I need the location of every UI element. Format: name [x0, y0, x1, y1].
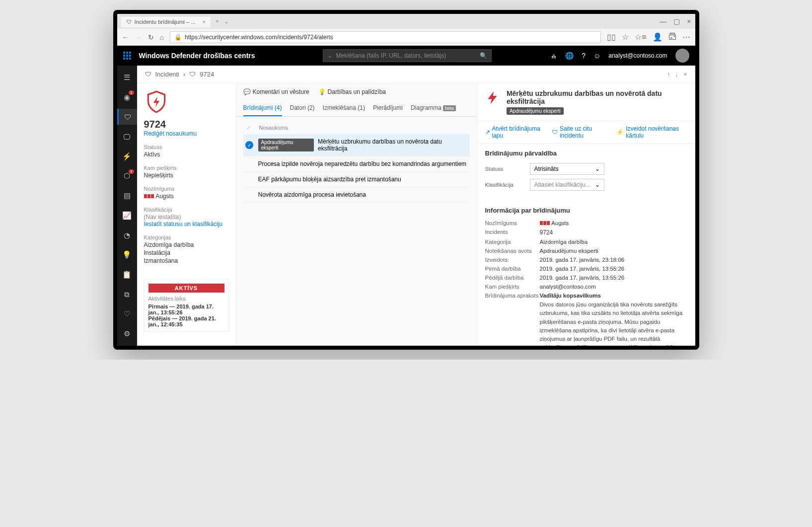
- section-title: Brīdinājumu pārvaldība: [485, 150, 687, 157]
- shield-icon: 🛡: [552, 129, 558, 136]
- clipboard-icon[interactable]: 📋: [117, 267, 137, 283]
- forward-icon[interactable]: →: [135, 33, 142, 41]
- category-item: Izmantošana: [144, 257, 229, 264]
- home-icon[interactable]: ⌂: [160, 33, 164, 41]
- tab-title: Incidentu brīdinājumi – ...: [135, 19, 196, 25]
- detail-title: Mērķētu uzbrukumu darbības un novērotā d…: [507, 89, 687, 105]
- face-icon[interactable]: ☺: [593, 52, 600, 60]
- search-input[interactable]: ⌄ Meklēšana (fails IP, URL, dators, liet…: [323, 49, 492, 62]
- info-key: Pirmā darbība: [485, 266, 540, 272]
- url-text: https://securitycenter.windows.com/incid…: [185, 34, 333, 41]
- refresh-icon[interactable]: ↻: [148, 33, 154, 41]
- close-icon[interactable]: ×: [683, 71, 687, 78]
- tab-evidence[interactable]: Pierādījumi: [373, 100, 403, 116]
- share-icon[interactable]: 🖆: [668, 32, 676, 42]
- reading-icon[interactable]: ▯▯: [607, 32, 616, 42]
- info-key: Noteikšanas avots: [485, 248, 540, 254]
- incident-link[interactable]: 9724: [540, 229, 687, 236]
- alert-row[interactable]: EAF pārkāpumu bloķēja aizsardzība pret i…: [243, 172, 470, 187]
- back-icon[interactable]: ←: [122, 33, 129, 41]
- more-icon[interactable]: ⋯: [682, 32, 690, 42]
- alert-title: Procesa izpilde novēroja neparedzētu dar…: [258, 160, 467, 167]
- dashboard-icon[interactable]: ◉1: [117, 89, 137, 105]
- assigned-value: Nepiešķirts: [144, 172, 229, 179]
- machines-icon[interactable]: 🖵: [117, 129, 137, 145]
- reports-icon[interactable]: ▤: [117, 188, 137, 204]
- breadcrumb-current: 9724: [200, 71, 214, 78]
- categories-label: Kategorijas: [144, 234, 229, 240]
- incident-id: 9724: [144, 119, 229, 130]
- url-bar[interactable]: 🔒 https://securitycenter.windows.com/inc…: [170, 31, 601, 43]
- chevron-down-icon[interactable]: ⌄: [224, 18, 229, 25]
- rule-icon: ⚡: [616, 129, 624, 136]
- status-select[interactable]: Atrisināts⌄: [530, 163, 604, 175]
- bolt-icon[interactable]: ⚡: [117, 149, 137, 164]
- chevron-down-icon[interactable]: ⌄: [327, 52, 332, 59]
- globe-icon[interactable]: 🌐: [565, 52, 574, 60]
- side-rail: ☰ ◉1 🛡 🖵 ⚡ ⬡7 ▤ 📈 ◔ 💡 📋 ⧉ ♡ ⚙: [117, 66, 137, 346]
- alert-row[interactable]: Novērota aizdomīga procesa ievietošana: [243, 187, 470, 203]
- classification-value: (Nav iestatīta): [144, 214, 229, 221]
- alert-row[interactable]: Procesa izpilde novēroja neparedzētu dar…: [243, 156, 470, 172]
- check-icon[interactable]: ✓: [246, 125, 251, 131]
- person-icon[interactable]: 👤: [653, 32, 663, 42]
- close-tab-icon[interactable]: ×: [202, 19, 205, 25]
- tab-graph[interactable]: Diagrammabeta: [411, 100, 456, 116]
- help-icon[interactable]: ?: [582, 52, 586, 60]
- description-body: Divos datoros jūsu organizācijā tika nov…: [540, 301, 687, 346]
- create-rule-button[interactable]: ⚡Izveidot novēršanas kārtulu: [616, 125, 687, 139]
- severity-label: Nozīmīgums: [144, 186, 229, 192]
- menu-icon[interactable]: ☰: [117, 70, 137, 85]
- chevron-down-icon: ⌄: [595, 165, 600, 172]
- tutorials-icon[interactable]: 💡: [117, 247, 137, 263]
- info-key: Kam piešķirts: [485, 284, 540, 290]
- info-value: 2019. gada 17. janvāris, 13:55:26: [540, 266, 687, 272]
- classification-select[interactable]: Atlasiet klasifikāciju...⌄: [530, 179, 604, 191]
- arrow-up-icon[interactable]: ↑: [667, 71, 670, 78]
- incidents-icon[interactable]: 🛡: [117, 109, 137, 125]
- bug-icon[interactable]: 🜁: [550, 52, 557, 60]
- close-window-icon[interactable]: ×: [687, 17, 691, 25]
- minimize-icon[interactable]: —: [660, 17, 666, 25]
- app-header: Windows Defender drošības centrs ⌄ Meklē…: [117, 46, 695, 66]
- arrow-down-icon[interactable]: ↓: [675, 71, 678, 78]
- health-icon[interactable]: ♡: [117, 306, 137, 322]
- secure-score-icon[interactable]: ◔: [117, 227, 137, 243]
- comments-button[interactable]: 💬Komentāri un vēsture: [243, 88, 309, 95]
- activity-box: AKTĪVS Aktivitātes laiks Pirmais — 2019.…: [144, 279, 229, 332]
- chevron-right-icon: ›: [183, 71, 185, 78]
- search-icon[interactable]: 🔍: [480, 52, 487, 59]
- link-incident-button[interactable]: 🛡Saite uz citu incidentu: [552, 125, 608, 139]
- actions-button[interactable]: 💡Darbības un palīdzība: [318, 88, 386, 95]
- alert-title: EAF pārkāpumu bloķēja aizsardzība pret i…: [258, 176, 401, 183]
- edit-name-link[interactable]: Rediģēt nosaukumu: [144, 130, 229, 137]
- breadcrumb: 🛡 Incidenti › 🛡 9724 ↑ ↓ ×: [137, 66, 695, 83]
- new-tab-button[interactable]: +: [216, 18, 219, 25]
- partners-icon[interactable]: ⧉: [117, 287, 137, 302]
- active-banner: AKTĪVS: [148, 284, 224, 293]
- info-value: Apdraudējumu eksperti: [540, 248, 687, 254]
- favorites-icon[interactable]: ☆≡: [635, 32, 646, 42]
- tab-alerts[interactable]: Brīdinājumi (4): [243, 100, 282, 116]
- gear-icon[interactable]: ⚙: [117, 326, 137, 342]
- avatar[interactable]: [675, 49, 689, 63]
- analytics-icon[interactable]: 📈: [117, 208, 137, 224]
- checked-icon[interactable]: ✓: [245, 141, 253, 149]
- tab-machines[interactable]: Datori (2): [290, 100, 315, 116]
- alert-info-section: Informācija par brīdinājumu Nozīmīgums A…: [477, 201, 695, 346]
- severity-value: Augsts: [155, 193, 174, 200]
- automated-icon[interactable]: ⬡7: [117, 168, 137, 184]
- maximize-icon[interactable]: ▢: [673, 17, 680, 25]
- alert-row[interactable]: ✓ Apdraudējumu eksperti Mērķētu uzbrukum…: [243, 134, 470, 156]
- set-classification-link[interactable]: Iestatīt statusu un klasifikāciju: [144, 221, 229, 227]
- browser-tab[interactable]: 🛡 Incidentu brīdinājumi – ... ×: [121, 16, 211, 27]
- open-alert-button[interactable]: ↗Atvērt brīdinājuma lapu: [485, 125, 544, 139]
- alert-management-section: Brīdinājumu pārvaldība Statuss Atrisināt…: [477, 144, 695, 201]
- waffle-icon[interactable]: [123, 52, 131, 60]
- breadcrumb-root[interactable]: Incidenti: [155, 71, 179, 78]
- star-icon[interactable]: ☆: [622, 32, 629, 42]
- first-activity: Pirmais — 2019. gada 17. jan., 13:55:26: [148, 303, 224, 315]
- tab-investigation[interactable]: Izmeklēšana (1): [323, 100, 365, 116]
- chevron-down-icon: ⌄: [595, 181, 600, 188]
- incident-summary-panel: 9724 Rediģēt nosaukumu Statuss Aktīvs Ka…: [137, 83, 236, 346]
